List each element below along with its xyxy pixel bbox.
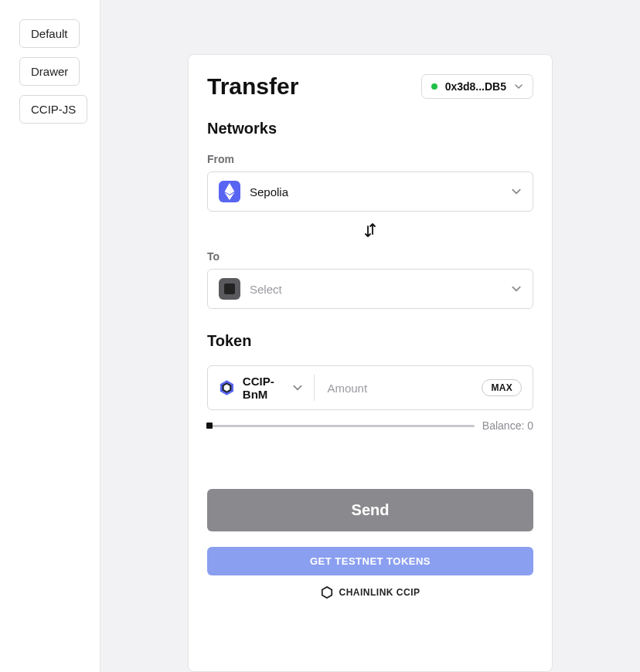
svg-marker-3 [322, 587, 331, 598]
brand-footer: CHAINLINK CCIP [207, 586, 533, 599]
token-name: CCIP-BnM [243, 375, 285, 401]
wallet-button[interactable]: 0x3d8...DB5 [421, 74, 533, 99]
swap-arrows-icon [363, 222, 377, 238]
token-selector[interactable]: CCIP-BnM [219, 375, 315, 401]
faucet-button[interactable]: GET TESTNET TOKENS [207, 547, 533, 575]
from-network-value: Sepolia [250, 185, 288, 199]
token-heading: Token [207, 332, 533, 350]
ccip-token-icon [219, 377, 235, 399]
slider-handle[interactable] [206, 423, 213, 429]
page-title: Transfer [207, 73, 298, 100]
empty-network-icon [219, 278, 240, 300]
chevron-down-icon [511, 186, 522, 197]
balance-slider[interactable] [207, 425, 475, 427]
wallet-address: 0x3d8...DB5 [445, 80, 506, 93]
sidebar-item-ccip-js[interactable]: CCIP-JS [19, 95, 87, 124]
from-label: From [207, 153, 533, 165]
main-area: Transfer 0x3d8...DB5 Networks From [100, 0, 640, 672]
to-network-placeholder: Select [250, 283, 282, 296]
sidebar: Default Drawer CCIP-JS [0, 0, 100, 672]
brand-text: CHAINLINK CCIP [339, 587, 420, 598]
chainlink-icon [321, 586, 333, 599]
chevron-down-icon [514, 82, 523, 91]
to-network-selector[interactable]: Select [207, 269, 533, 309]
chevron-down-icon [511, 283, 522, 294]
max-button[interactable]: MAX [482, 379, 522, 396]
amount-input[interactable] [322, 382, 474, 395]
to-label: To [207, 250, 533, 263]
swap-networks-button[interactable] [360, 219, 380, 244]
chevron-down-icon [292, 382, 303, 393]
ethereum-icon [219, 181, 240, 202]
send-button[interactable]: Send [207, 489, 533, 531]
transfer-card: Transfer 0x3d8...DB5 Networks From [188, 54, 553, 672]
sidebar-item-drawer[interactable]: Drawer [19, 57, 80, 86]
networks-heading: Networks [207, 120, 533, 137]
from-network-selector[interactable]: Sepolia [207, 171, 533, 212]
status-dot-icon [431, 83, 437, 90]
balance-label: Balance: 0 [482, 419, 533, 432]
sidebar-item-default[interactable]: Default [19, 19, 80, 48]
